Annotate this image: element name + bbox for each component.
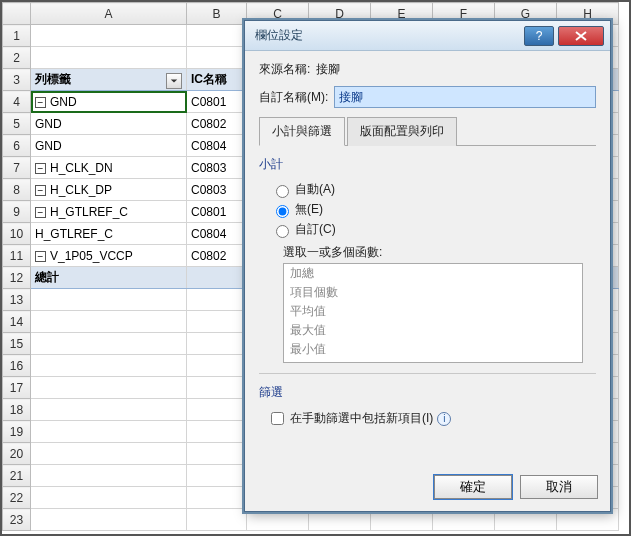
pivot-label: GND xyxy=(35,117,62,131)
tab-strip: 小計與篩選 版面配置與列印 xyxy=(259,116,596,146)
row-header[interactable]: 15 xyxy=(3,333,31,355)
row-header[interactable]: 17 xyxy=(3,377,31,399)
row-header[interactable]: 4 xyxy=(3,91,31,113)
pivot-value[interactable]: C0804 xyxy=(187,135,247,157)
row-header[interactable]: 16 xyxy=(3,355,31,377)
row-header[interactable]: 5 xyxy=(3,113,31,135)
radio-none-label: 無(E) xyxy=(295,201,323,218)
pivot-value[interactable]: C0801 xyxy=(187,91,247,113)
row-header[interactable]: 11 xyxy=(3,245,31,267)
pivot-cell[interactable]: −V_1P05_VCCP xyxy=(31,245,187,267)
row-header[interactable]: 6 xyxy=(3,135,31,157)
dialog-titlebar[interactable]: 欄位設定 ? xyxy=(245,21,610,51)
pivot-value[interactable]: C0802 xyxy=(187,113,247,135)
row-header[interactable]: 23 xyxy=(3,509,31,531)
pivot-label: H_CLK_DP xyxy=(50,183,112,197)
collapse-icon[interactable]: − xyxy=(35,97,46,108)
select-all[interactable] xyxy=(3,3,31,25)
include-new-items-label: 在手動篩選中包括新項目(I) xyxy=(290,410,433,427)
pivot-cell[interactable]: −GND xyxy=(31,91,187,113)
col-header[interactable]: B xyxy=(187,3,247,25)
pivot-label: H_CLK_DN xyxy=(50,161,113,175)
row-header[interactable]: 7 xyxy=(3,157,31,179)
radio-auto-label: 自動(A) xyxy=(295,181,335,198)
row-header[interactable]: 8 xyxy=(3,179,31,201)
field-settings-dialog: 欄位設定 ? 來源名稱: 接腳 自訂名稱(M): 小計與篩選 版面配置與列印 小… xyxy=(244,20,611,512)
list-item[interactable]: 最大值 xyxy=(284,321,582,340)
list-item[interactable]: 最小值 xyxy=(284,340,582,359)
pivot-cell[interactable]: −H_GTLREF_C xyxy=(31,201,187,223)
subtotal-section-label: 小計 xyxy=(259,156,596,173)
custom-name-label: 自訂名稱(M): xyxy=(259,89,328,106)
radio-none[interactable] xyxy=(276,205,289,218)
pivot-cell[interactable]: GND xyxy=(31,135,187,157)
collapse-icon[interactable]: − xyxy=(35,163,46,174)
info-icon[interactable]: i xyxy=(437,412,451,426)
tab-subtotal-filter[interactable]: 小計與篩選 xyxy=(259,117,345,146)
row-header[interactable]: 3 xyxy=(3,69,31,91)
pivot-value[interactable]: C0801 xyxy=(187,201,247,223)
row-header[interactable]: 9 xyxy=(3,201,31,223)
row-header[interactable]: 22 xyxy=(3,487,31,509)
pivot-cell[interactable]: H_GTLREF_C xyxy=(31,223,187,245)
pivot-cell[interactable]: GND xyxy=(31,113,187,135)
collapse-icon[interactable]: − xyxy=(35,251,46,262)
custom-name-input[interactable] xyxy=(334,86,596,108)
pivot-label: H_GTLREF_C xyxy=(35,227,113,241)
dialog-title: 欄位設定 xyxy=(255,27,520,44)
row-header[interactable]: 13 xyxy=(3,289,31,311)
pivot-value[interactable]: C0802 xyxy=(187,245,247,267)
row-header[interactable]: 1 xyxy=(3,25,31,47)
separator xyxy=(259,373,596,374)
source-name-label: 來源名稱: xyxy=(259,61,310,78)
pivot-row-header[interactable]: 列標籤 xyxy=(31,69,187,91)
row-header[interactable]: 18 xyxy=(3,399,31,421)
row-header[interactable]: 19 xyxy=(3,421,31,443)
list-item[interactable]: 項目個數 xyxy=(284,283,582,302)
pivot-value[interactable]: C0803 xyxy=(187,157,247,179)
functions-label: 選取一或多個函數: xyxy=(283,244,596,261)
cancel-button[interactable]: 取消 xyxy=(520,475,598,499)
row-header[interactable]: 2 xyxy=(3,47,31,69)
pivot-total[interactable]: 總計 xyxy=(31,267,187,289)
row-header[interactable]: 14 xyxy=(3,311,31,333)
radio-custom-label: 自訂(C) xyxy=(295,221,336,238)
pivot-value-header: IC名稱 xyxy=(187,69,247,91)
source-name-value: 接腳 xyxy=(316,61,340,78)
row-header[interactable]: 10 xyxy=(3,223,31,245)
tab-layout-print[interactable]: 版面配置與列印 xyxy=(347,117,457,146)
collapse-icon[interactable]: − xyxy=(35,207,46,218)
filter-dropdown-icon[interactable] xyxy=(166,73,182,89)
help-button[interactable]: ? xyxy=(524,26,554,46)
pivot-label: GND xyxy=(50,95,77,109)
list-item[interactable]: 乘積 xyxy=(284,359,582,363)
row-labels-text: 列標籤 xyxy=(35,72,71,86)
row-header[interactable]: 12 xyxy=(3,267,31,289)
pivot-label: GND xyxy=(35,139,62,153)
collapse-icon[interactable]: − xyxy=(35,185,46,196)
include-new-items-checkbox[interactable] xyxy=(271,412,284,425)
row-header[interactable]: 20 xyxy=(3,443,31,465)
pivot-cell[interactable]: −H_CLK_DN xyxy=(31,157,187,179)
list-item[interactable]: 平均值 xyxy=(284,302,582,321)
list-item[interactable]: 加總 xyxy=(284,264,582,283)
close-button[interactable] xyxy=(558,26,604,46)
functions-listbox[interactable]: 加總 項目個數 平均值 最大值 最小值 乘積 xyxy=(283,263,583,363)
ok-button[interactable]: 確定 xyxy=(434,475,512,499)
col-header[interactable]: A xyxy=(31,3,187,25)
pivot-label: V_1P05_VCCP xyxy=(50,249,133,263)
radio-auto[interactable] xyxy=(276,185,289,198)
row-header[interactable]: 21 xyxy=(3,465,31,487)
pivot-label: H_GTLREF_C xyxy=(50,205,128,219)
pivot-value[interactable]: C0803 xyxy=(187,179,247,201)
pivot-value[interactable]: C0804 xyxy=(187,223,247,245)
pivot-cell[interactable]: −H_CLK_DP xyxy=(31,179,187,201)
filter-section-label: 篩選 xyxy=(259,384,596,401)
radio-custom[interactable] xyxy=(276,225,289,238)
